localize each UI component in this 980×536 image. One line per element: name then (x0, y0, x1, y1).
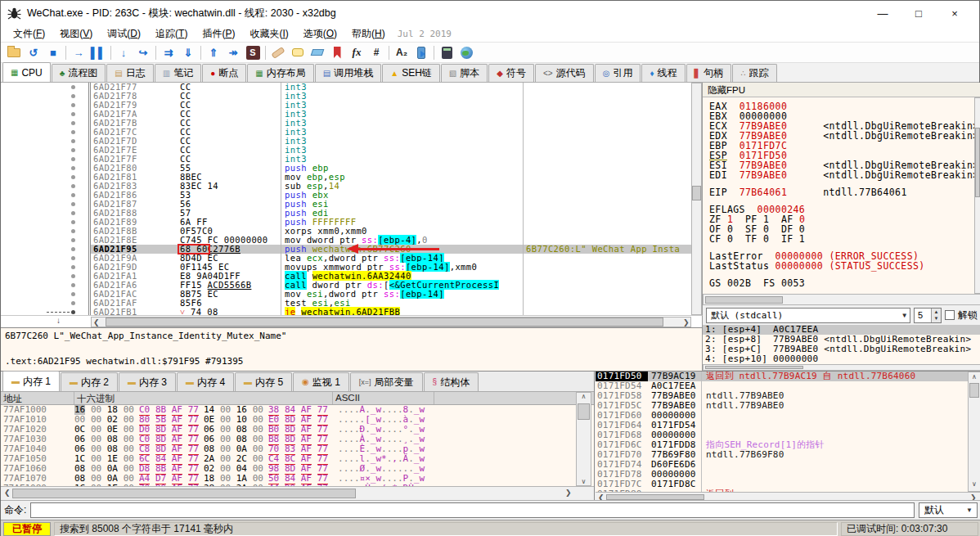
tab-dump-2[interactable]: ▬内存 2 (61, 372, 118, 391)
hide-fpu-button[interactable]: 隐藏FPU (703, 83, 980, 97)
pause-icon[interactable]: ▌▌ (88, 43, 108, 61)
column-ascii[interactable]: ASCII (333, 392, 434, 404)
minimize-button[interactable]: — (865, 2, 901, 25)
tab-seh[interactable]: ▲SEH链 (382, 64, 440, 82)
register-line[interactable]: LastStatus 00000000 (STATUS_SUCCESS) (709, 261, 974, 271)
stack-row[interactable]: 0171FD7C0171FD8C (596, 480, 968, 489)
disassembly-view[interactable]: 6AD21F77CCint36AD21F78CCint36AD21F79CCin… (1, 83, 703, 315)
menu-i[interactable]: 收藏夹(I) (242, 26, 295, 41)
ascii-table-icon[interactable]: A₂ (392, 43, 411, 61)
tab-breakpoints[interactable]: ●断点 (202, 64, 246, 82)
run-to-user-code-icon[interactable]: ↠ (223, 43, 243, 61)
menu-f[interactable]: 文件(F) (6, 26, 52, 41)
hash-icon[interactable]: # (366, 43, 386, 61)
tab-dump-5[interactable]: ▬内存 5 (235, 372, 292, 391)
spin-up-icon[interactable]: ▲ (932, 309, 941, 316)
register-line[interactable]: GS 002B FS 0053 (709, 278, 974, 288)
bookmarks-icon[interactable] (327, 43, 347, 61)
ram-icon: ▬ (244, 378, 252, 386)
tab-locals[interactable]: [x=]局部变量 (350, 372, 423, 391)
ram-icon: ▬ (11, 377, 20, 385)
arg-count-stepper[interactable]: 5 ▲▼ (914, 308, 942, 323)
window-title: WeChat.exe - PID: 263C - 模块: wechatwin.d… (27, 7, 336, 20)
scroll-up-icon[interactable]: ∧ (576, 394, 591, 400)
register-line[interactable]: EDI 77B9ABE0 <ntdll.DbgUiRemoteBreakin> (709, 170, 974, 180)
unlock-checkbox[interactable] (945, 310, 955, 320)
restart-icon[interactable]: ↺ (24, 43, 43, 61)
calling-convention-select[interactable]: 默认 (stdcall) ▼ (706, 308, 910, 323)
args-hscrollbar[interactable] (703, 364, 980, 371)
dump-hscrollbar[interactable]: ❮ ❯ (1, 486, 594, 500)
tab-log[interactable]: ▤日志 (106, 64, 153, 82)
menu-d[interactable]: 调试(D) (100, 26, 148, 41)
command-script-select[interactable]: 默认 ▼ (919, 502, 978, 518)
comments-icon[interactable] (288, 43, 308, 61)
run-icon[interactable]: → (69, 43, 88, 61)
scroll-left-icon[interactable]: ❮ (93, 318, 100, 327)
menu-v[interactable]: 视图(V) (52, 26, 100, 41)
scroll-up-icon[interactable]: ∧ (968, 374, 980, 381)
scroll-right-icon[interactable]: ❯ (565, 489, 572, 497)
tab-notes[interactable]: ▥笔记 (155, 64, 201, 82)
dump-rows[interactable]: 77AF100016 00 18 00C0 8B AF 7714 00 16 0… (1, 405, 576, 486)
patches-icon[interactable] (268, 43, 288, 61)
tab-dump-4[interactable]: ▬内存 4 (177, 372, 234, 391)
spin-down-icon[interactable]: ▼ (932, 315, 941, 322)
tab-handles[interactable]: ▋句柄 (686, 64, 732, 82)
scroll-down-icon[interactable]: ∨ (968, 481, 980, 488)
disasm-row[interactable]: 6AD21FB1˅ 74 08je wechatwin.6AD21FBB (1, 308, 702, 315)
disasm-hscrollbar[interactable]: ↓ ❮ ❯ (1, 315, 703, 327)
functions-icon[interactable]: fx (347, 43, 366, 61)
execute-till-return-icon[interactable]: ⇓ (178, 43, 198, 61)
stack-rows[interactable]: 0171FD5077B9AC19返回到 ntdll.77B9AC19 自 ntd… (596, 372, 968, 492)
tab-graph[interactable]: ♣流程图 (52, 64, 106, 82)
tab-struct[interactable]: §结构体 (424, 372, 479, 391)
tab-script[interactable]: ▧脚本 (441, 64, 488, 82)
tab-source[interactable]: <>源代码 (535, 64, 594, 82)
tab-threads[interactable]: ♦线程 (641, 64, 685, 82)
call-arg-row[interactable]: 4: [esp+10] 00000000 (703, 354, 980, 364)
step-out-icon[interactable]: ⇑ (204, 43, 223, 61)
open-file-icon[interactable] (4, 43, 24, 61)
labels-icon[interactable] (308, 43, 327, 61)
scroll-right-icon[interactable]: ❯ (683, 318, 690, 327)
register-line[interactable]: EIP 77B64061 ntdll.77B64061 (709, 187, 974, 197)
notify-icon[interactable] (411, 43, 431, 61)
maximize-button[interactable]: □ (901, 2, 937, 25)
registers-hscrollbar[interactable] (703, 294, 980, 305)
registers-list[interactable]: EAX 01186000EBX 00000000ECX 77B9ABE0 <nt… (703, 97, 974, 294)
call-arguments-list[interactable]: 1: [esp+4] A0C17EEA2: [esp+8] 77B9ABE0 <… (703, 325, 980, 364)
register-line[interactable]: CF 0 TF 0 IF 1 (709, 234, 974, 244)
menu-h[interactable]: 帮助(H) (344, 26, 393, 41)
stop-icon[interactable]: ■ (43, 43, 63, 61)
tab-symbols[interactable]: ◆符号 (488, 64, 534, 82)
toolbar: ↺■→▌▌↓↪⇉⇓⇑↠Sfx#A₂ (1, 43, 979, 63)
tab-threads-icon: ♦ (650, 70, 654, 78)
run-to-selection-icon[interactable]: ⇉ (159, 43, 178, 61)
app-icon-bug (7, 7, 21, 20)
tab-call-stack[interactable]: ▤调用堆栈 (315, 64, 381, 82)
menu-o[interactable]: 选项(O) (296, 26, 344, 41)
tab-watch-1[interactable]: ◉监视 1 (293, 372, 349, 391)
scroll-down-icon[interactable]: ∨ (576, 479, 591, 485)
step-over-icon[interactable]: ↪ (133, 43, 153, 61)
tab-dump-1[interactable]: ▬内存 1 (2, 371, 60, 391)
memory-globe-icon[interactable] (456, 43, 476, 61)
scroll-left-icon[interactable]: ❮ (4, 489, 11, 497)
column-address[interactable]: 地址 (1, 392, 74, 404)
command-input[interactable] (30, 502, 915, 518)
step-into-icon[interactable]: ↓ (114, 43, 133, 61)
tab-trace[interactable]: ∴跟踪 (732, 64, 776, 82)
tab-trace-icon: ∴ (740, 70, 745, 78)
close-button[interactable]: × (937, 2, 973, 25)
tab-cpu[interactable]: ▦CPU (2, 62, 51, 82)
tab-references[interactable]: ◎引用 (595, 64, 641, 82)
tab-script-icon: ▧ (449, 70, 456, 78)
menu-p[interactable]: 插件(P) (195, 26, 242, 41)
column-hex[interactable]: 十六进制 (74, 392, 333, 404)
calculator-icon[interactable] (437, 43, 456, 61)
menu-t[interactable]: 追踪(T) (148, 26, 195, 41)
scylla-icon[interactable]: S (243, 43, 263, 61)
tab-dump-3[interactable]: ▬内存 3 (119, 372, 176, 391)
tab-memory-map[interactable]: ▦内存布局 (247, 64, 313, 82)
